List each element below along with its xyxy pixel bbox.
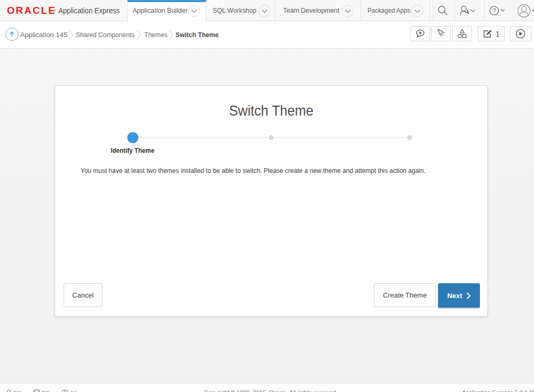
svg-text:?: ? bbox=[493, 7, 496, 14]
